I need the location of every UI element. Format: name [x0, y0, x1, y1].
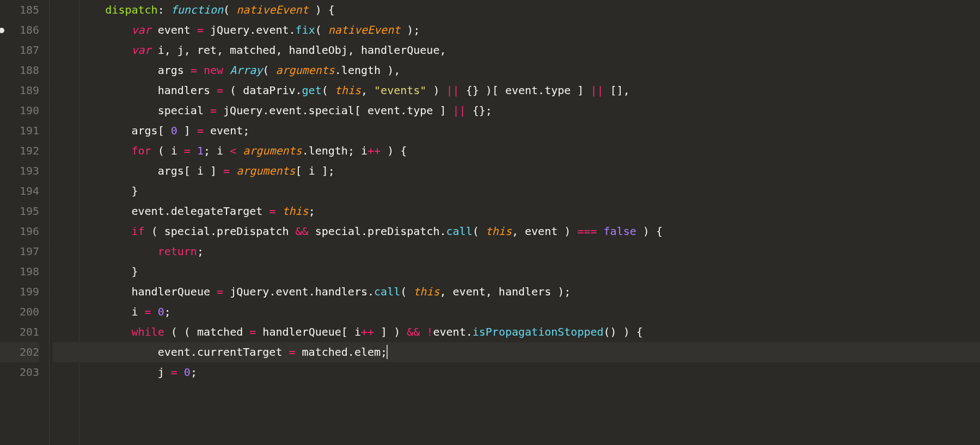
code-token: isPropagationStopped	[473, 325, 604, 338]
code-token: ) {	[309, 3, 335, 16]
code-token: =	[191, 64, 197, 77]
code-token: }	[132, 184, 138, 197]
code-token: ++	[367, 144, 381, 157]
code-token: 1	[197, 144, 204, 157]
code-token: this	[413, 285, 439, 298]
code-token: return	[158, 245, 197, 258]
code-token: (	[322, 84, 335, 97]
line-number[interactable]: 185	[0, 0, 39, 20]
code-token: args[ i ]	[158, 164, 223, 177]
code-token: (	[315, 23, 328, 36]
code-token: (	[223, 3, 236, 16]
line-number-gutter[interactable]: 1851861871881891901911921931941951961971…	[0, 0, 49, 445]
line-number[interactable]: 200	[0, 302, 39, 322]
line-number[interactable]: 187	[0, 40, 39, 60]
code-line[interactable]: args[ i ] = arguments[ i ];	[53, 161, 980, 181]
code-token: false	[604, 225, 636, 238]
code-token: nativeEvent	[236, 3, 308, 16]
code-token: ] )	[374, 325, 407, 338]
code-token: if	[132, 225, 145, 238]
code-token: =	[184, 144, 191, 157]
code-line[interactable]: event.delegateTarget = this;	[53, 201, 980, 221]
code-token: j	[158, 366, 171, 379]
line-number[interactable]: 201	[0, 322, 39, 342]
code-token: =	[249, 325, 256, 338]
code-line[interactable]: var i, j, ret, matched, handleObj, handl…	[53, 40, 980, 60]
code-token: );	[400, 23, 420, 36]
code-token: ( i	[151, 144, 184, 157]
line-number[interactable]: 195	[0, 201, 39, 221]
line-number[interactable]: 190	[0, 101, 39, 121]
code-token: arguments	[275, 64, 334, 77]
code-token: =	[197, 124, 204, 137]
code-token	[230, 164, 236, 177]
code-area[interactable]: dispatch: function( nativeEvent ) { var …	[49, 0, 980, 445]
line-number[interactable]: 203	[0, 362, 39, 382]
code-token: =	[223, 164, 230, 177]
code-token: [],	[604, 84, 630, 97]
code-line[interactable]: var event = jQuery.event.fix( nativeEven…	[53, 20, 980, 40]
code-token: ]	[177, 124, 197, 137]
code-token: :	[158, 3, 171, 16]
code-token: )	[426, 84, 446, 97]
code-token: handlerQueue	[132, 285, 217, 298]
line-number[interactable]: 189	[0, 81, 39, 101]
line-number[interactable]: 196	[0, 221, 39, 242]
line-number[interactable]: 188	[0, 60, 39, 81]
code-token: =	[289, 345, 295, 359]
code-token	[197, 64, 204, 77]
code-line[interactable]: }	[53, 262, 980, 282]
code-token: var	[132, 44, 151, 57]
code-token: args	[158, 64, 191, 77]
code-editor[interactable]: 1851861871881891901911921931941951961971…	[0, 0, 980, 445]
code-line[interactable]: i = 0;	[53, 302, 980, 322]
code-line[interactable]: args = new Array( arguments.length ),	[53, 60, 980, 81]
code-token: handlers	[158, 84, 217, 97]
code-line[interactable]: j = 0;	[53, 362, 980, 382]
code-line[interactable]: dispatch: function( nativeEvent ) {	[53, 0, 980, 20]
line-number[interactable]: 197	[0, 242, 39, 262]
code-token	[597, 225, 604, 238]
code-token: for	[132, 144, 151, 157]
code-token: event.currentTarget	[158, 345, 289, 359]
code-token: special.preDispatch.	[309, 225, 446, 238]
code-token: call	[374, 285, 400, 298]
code-token: &&	[407, 325, 420, 338]
line-number[interactable]: 191	[0, 121, 39, 141]
line-number[interactable]: 202	[0, 342, 39, 362]
code-token: arguments	[243, 144, 302, 157]
line-number[interactable]: 192	[0, 141, 39, 161]
line-number[interactable]: 193	[0, 161, 39, 181]
code-token: &&	[296, 225, 309, 238]
code-token: ) {	[636, 225, 663, 238]
code-token: , event )	[512, 225, 577, 238]
code-token	[420, 325, 426, 338]
code-line[interactable]: if ( special.preDispatch && special.preD…	[53, 221, 980, 242]
code-token: this	[282, 205, 308, 218]
code-token	[275, 205, 282, 218]
code-line[interactable]: handlerQueue = jQuery.event.handlers.cal…	[53, 282, 980, 302]
code-line[interactable]: return;	[53, 242, 980, 262]
code-token: jQuery.event.handlers.	[223, 285, 374, 298]
code-line[interactable]: event.currentTarget = matched.elem;	[53, 342, 980, 362]
line-number[interactable]: 198	[0, 262, 39, 282]
code-token: handlerQueue[ i	[256, 325, 361, 338]
code-token: ,	[361, 84, 374, 97]
code-line[interactable]: while ( ( matched = handlerQueue[ i++ ] …	[53, 322, 980, 342]
code-token: .length ),	[335, 64, 400, 77]
code-line[interactable]: for ( i = 1; i < arguments.length; i++ )…	[53, 141, 980, 161]
code-line[interactable]: handlers = ( dataPriv.get( this, "events…	[53, 81, 980, 101]
code-token: 0	[184, 366, 191, 379]
code-line[interactable]: args[ 0 ] = event;	[53, 121, 980, 141]
code-token: !	[426, 325, 433, 338]
code-token: this	[335, 84, 361, 97]
code-token: (	[473, 225, 486, 238]
code-token: ||	[446, 84, 460, 97]
code-token: function	[171, 3, 223, 16]
code-line[interactable]: special = jQuery.event.special[ event.ty…	[53, 101, 980, 121]
line-number[interactable]: 186	[0, 20, 39, 40]
line-number[interactable]: 199	[0, 282, 39, 302]
code-line[interactable]: }	[53, 181, 980, 201]
code-token: =	[210, 104, 217, 117]
line-number[interactable]: 194	[0, 181, 39, 201]
